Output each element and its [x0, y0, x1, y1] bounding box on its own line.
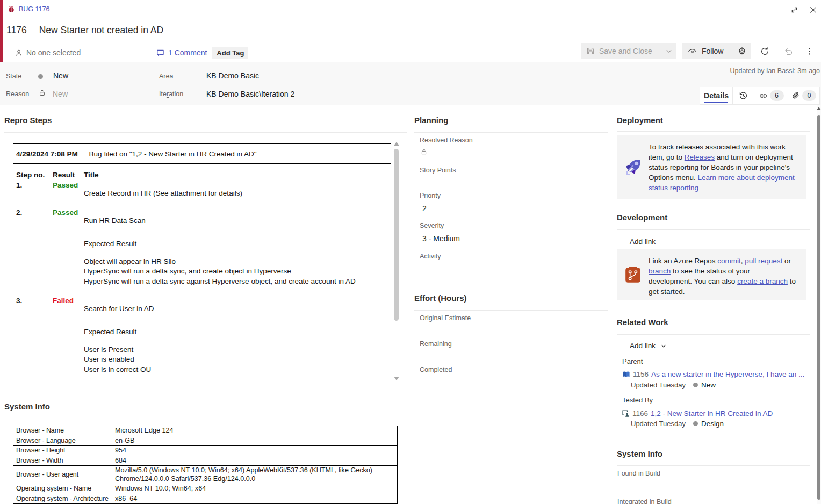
area-field-value[interactable]: KB Demo Basic [206, 71, 259, 80]
related-work-heading: Related Work [617, 318, 668, 327]
deployment-info-text: To track releases associated with this w… [649, 135, 795, 199]
refresh-icon [760, 47, 769, 56]
inline-link[interactable]: create a branch [737, 277, 788, 285]
development-add-link[interactable]: Add link [630, 237, 656, 246]
azure-repos-icon [624, 266, 642, 284]
undo-icon [784, 47, 793, 56]
repro-filed-row: 4/29/2024 7:08 PM Bug filed on "1,2 - Ne… [13, 144, 391, 164]
repro-steps-content[interactable]: 4/29/2024 7:08 PM Bug filed on "1,2 - Ne… [13, 143, 391, 385]
system-info-row: Operating system - Architecturex86_64 [13, 494, 398, 504]
activity-label: Activity [420, 253, 441, 260]
tab-attachments[interactable]: 0 [788, 87, 820, 105]
updated-by-status[interactable]: Updated by Ian Bassi: 3m ago [730, 67, 820, 75]
inline-link[interactable]: pull request [745, 257, 782, 265]
test-case-icon [622, 409, 630, 417]
remaining-label: Remaining [420, 340, 452, 348]
area-field-label: Area [159, 73, 173, 80]
fields-bar: State New Reason New Area KB Demo Basic … [0, 62, 821, 105]
section-rule [617, 229, 810, 230]
tab-links[interactable]: 6 [754, 87, 788, 105]
priority-value[interactable]: 2 [422, 204, 427, 213]
step-text-line: Create Record in HR (See attachment for … [84, 189, 391, 199]
scroll-up-arrow-icon[interactable] [817, 107, 821, 110]
state-field-label: State [6, 73, 21, 80]
tested-by-work-item-row: 1166 1,2 - New Starter in HR Created in … [622, 409, 773, 417]
tab-details[interactable]: Details [700, 87, 732, 105]
inline-link[interactable]: Releases [685, 153, 715, 161]
system-info-row: Browser - Height954 [13, 446, 398, 456]
state-dot [693, 383, 698, 387]
repro-steps-scrollbar[interactable] [392, 141, 400, 381]
comments-link[interactable]: 1 Comment [156, 48, 207, 57]
links-count-badge: 6 [770, 90, 784, 101]
scroll-up-arrow-icon[interactable] [394, 142, 399, 146]
inline-link[interactable]: Learn more about deployment [698, 174, 795, 182]
chevron-down-icon [666, 48, 672, 54]
bug-icon [8, 5, 15, 13]
attachments-count-badge: 0 [802, 90, 816, 101]
follow-button[interactable]: Follow [682, 47, 732, 56]
tab-selected-indicator [704, 102, 728, 103]
save-options-dropdown[interactable] [661, 43, 676, 59]
step-result: Passed [49, 181, 84, 199]
assigned-to-picker[interactable]: No one selected [15, 48, 84, 57]
more-options-button[interactable] [800, 43, 818, 59]
step-title: Search for User in ADExpected ResultUser… [84, 297, 391, 375]
comments-label: 1 Comment [168, 48, 207, 57]
add-tag-button[interactable]: Add Tag [212, 47, 248, 59]
page-scrollbar[interactable] [817, 105, 821, 504]
add-link-label: Add link [630, 342, 656, 350]
system-info-key: Browser - Width [13, 456, 112, 466]
system-info-key: Operating system - Name [13, 484, 112, 494]
parent-work-item-status: Updated Tuesday New [631, 381, 716, 389]
undo-button[interactable] [776, 43, 800, 59]
state-dot [38, 74, 43, 79]
inline-link[interactable]: commit [717, 257, 741, 265]
toolbar: Save and Close Follow [581, 43, 818, 59]
scrollbar-thumb[interactable] [817, 115, 820, 500]
scrollbar-thumb[interactable] [394, 149, 399, 321]
development-info-box: Link an Azure Repos commit, pull request… [617, 249, 806, 300]
state-field-value[interactable]: New [53, 71, 68, 80]
inline-link[interactable]: status reporting [649, 184, 698, 192]
story-points-label: Story Points [420, 167, 456, 174]
system-info-right-heading: System Info [617, 449, 662, 458]
repro-filed-date: 4/29/2024 7:08 PM [16, 150, 78, 158]
iteration-field-value[interactable]: KB Demo Basic\Iteration 2 [206, 90, 294, 98]
iteration-field-label: Iteration [159, 90, 183, 98]
system-info-value: Windows NT 10.0; Win64; x64 [112, 484, 398, 494]
step-number: 1. [13, 181, 49, 199]
related-work-add-link[interactable]: Add link [630, 342, 667, 350]
maximize-icon [790, 6, 798, 14]
inline-link[interactable]: branch [649, 267, 671, 275]
system-info-table: Browser - NameMicrosoft Edge 124Browser … [13, 426, 398, 504]
system-info-heading: System Info [4, 402, 50, 411]
section-rule [617, 131, 810, 132]
scroll-down-arrow-icon[interactable] [394, 377, 399, 380]
work-item-title[interactable]: New Starter not created in AD [39, 25, 164, 36]
tab-history[interactable] [732, 87, 754, 105]
step-title: Create Record in HR (See attachment for … [84, 181, 391, 199]
step-blank-line [84, 226, 391, 239]
system-info-key: Browser - Height [13, 446, 112, 456]
refresh-button[interactable] [753, 43, 776, 59]
development-heading: Development [617, 213, 667, 222]
priority-label: Priority [420, 192, 441, 199]
notification-settings-button[interactable] [732, 43, 751, 59]
step-blank-line [84, 314, 391, 327]
save-and-close-button[interactable]: Save and Close [581, 47, 661, 55]
user-story-icon [622, 370, 630, 378]
close-button[interactable] [809, 5, 819, 15]
maximize-button[interactable] [790, 5, 800, 15]
integrated-in-build-label: Integrated in Build [617, 498, 672, 504]
tested-by-work-item-status: Updated Tuesday Design [631, 420, 724, 428]
tested-by-work-item-link[interactable]: 1,2 - New Starter in HR Created in AD [651, 409, 773, 417]
parent-state-label: New [701, 381, 716, 389]
system-info-key: Operating system - Architecture [13, 494, 112, 504]
severity-value[interactable]: 3 - Medium [422, 234, 460, 243]
link-icon [759, 91, 768, 100]
work-item-type-link[interactable]: BUG 1176 [19, 5, 49, 13]
system-info-row: Browser - NameMicrosoft Edge 124 [13, 426, 398, 436]
parent-work-item-link[interactable]: As a new starter in the Hyperverse, I ha… [651, 370, 804, 378]
system-info-value: Mozilla/5.0 (Windows NT 10.0; Win64; x64… [112, 466, 398, 484]
